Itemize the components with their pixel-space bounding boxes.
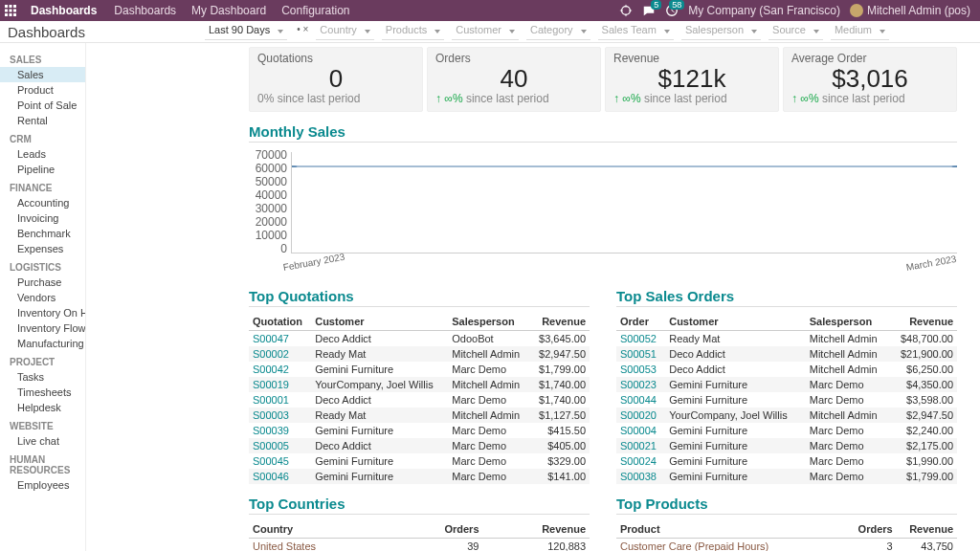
col-salesperson: Salesperson: [806, 313, 890, 331]
sidebar-item-sales[interactable]: Sales: [0, 67, 85, 82]
apps-icon[interactable]: [0, 5, 21, 16]
filter-customer[interactable]: Customer: [452, 24, 519, 40]
kpi-sub: ↑ ∞% since last period: [613, 92, 770, 105]
sidebar-item-invoicing[interactable]: Invoicing: [0, 210, 85, 226]
filter-medium[interactable]: Medium: [831, 24, 889, 40]
chart-plot: [291, 152, 957, 253]
table-row: S00019YourCompany, Joel WillisMitchell A…: [249, 377, 590, 392]
nav-dashboards[interactable]: Dashboards: [106, 4, 184, 17]
link[interactable]: S00002: [249, 346, 311, 362]
sidebar-item-product[interactable]: Product: [0, 82, 85, 98]
chart-xlabel-1: March 2023: [905, 253, 957, 273]
sidebar-item-tasks[interactable]: Tasks: [0, 369, 85, 385]
sidebar-item-inventory-flow[interactable]: Inventory Flow: [0, 320, 85, 336]
link[interactable]: S00045: [249, 453, 311, 469]
link[interactable]: S00039: [249, 423, 311, 438]
cell: Marc Demo: [448, 392, 530, 408]
link[interactable]: S00019: [249, 377, 311, 392]
sidebar-item-manufacturing[interactable]: Manufacturing: [0, 336, 85, 351]
filter-category[interactable]: Category: [526, 24, 590, 40]
cell: $141.00: [530, 469, 590, 484]
link[interactable]: S00024: [616, 453, 665, 469]
link[interactable]: S00003: [249, 408, 311, 423]
sidebar-item-inventory-on-hand[interactable]: Inventory On Hand: [0, 305, 85, 320]
sidebar-item-vendors[interactable]: Vendors: [0, 290, 85, 305]
link[interactable]: S00051: [616, 346, 665, 362]
link[interactable]: S00023: [616, 377, 665, 392]
sidebar-item-timesheets[interactable]: Timesheets: [0, 385, 85, 400]
chart-xlabel-0: February 2023: [282, 252, 345, 273]
avatar-icon: [850, 4, 863, 17]
link[interactable]: S00038: [616, 469, 665, 484]
user-menu[interactable]: Mitchell Admin (pos): [850, 4, 970, 17]
col-customer: Customer: [311, 313, 448, 331]
cell: $2,175.00: [890, 438, 957, 453]
filter-salesperson[interactable]: Salesperson: [681, 24, 761, 40]
sidebar-item-benchmark[interactable]: Benchmark: [0, 226, 85, 241]
link[interactable]: S00053: [616, 362, 665, 377]
activities-icon[interactable]: 58: [665, 4, 679, 17]
sidebar-item-rental[interactable]: Rental: [0, 113, 85, 128]
sidebar-item-live-chat[interactable]: Live chat: [0, 433, 85, 449]
sidebar-item-purchase[interactable]: Purchase: [0, 275, 85, 290]
filter-clear[interactable]: • ×: [297, 24, 308, 40]
cell: Marc Demo: [806, 469, 890, 484]
monthly-sales-title: Monthly Sales: [249, 123, 957, 143]
cell: 43,750: [897, 539, 957, 552]
filter-last-90-days[interactable]: Last 90 Days: [205, 24, 287, 40]
col-customer: Customer: [665, 313, 806, 331]
svg-rect-7: [10, 13, 12, 16]
link[interactable]: S00047: [249, 331, 311, 347]
filter-country[interactable]: Country: [316, 24, 374, 40]
cell: $1,740.00: [530, 392, 590, 408]
ytick: 70000: [249, 148, 287, 162]
filter-sales-team[interactable]: Sales Team: [598, 24, 674, 40]
ytick: 40000: [249, 188, 287, 202]
link[interactable]: S00004: [616, 423, 665, 438]
table-row: S00047Deco AddictOdooBot$3,645.00: [249, 331, 590, 347]
cell: $2,947.50: [530, 346, 590, 362]
link[interactable]: S00044: [616, 392, 665, 408]
filter-source[interactable]: Source: [768, 24, 823, 40]
link[interactable]: S00046: [249, 469, 311, 484]
link[interactable]: S00001: [249, 392, 311, 408]
link[interactable]: S00052: [616, 331, 665, 347]
cell: Ready Mat: [665, 331, 806, 347]
cell: Marc Demo: [806, 392, 890, 408]
sidebar-item-employees[interactable]: Employees: [0, 477, 85, 493]
link[interactable]: S00005: [249, 438, 311, 453]
svg-point-17: [951, 165, 957, 167]
sidebar-item-leads[interactable]: Leads: [0, 146, 85, 162]
filter-products[interactable]: Products: [382, 24, 444, 40]
user-name: Mitchell Admin (pos): [867, 4, 970, 17]
svg-point-9: [622, 7, 631, 15]
cell: Deco Addict: [311, 331, 448, 347]
cell: Gemini Furniture: [311, 469, 448, 484]
col-order: Order: [616, 313, 665, 331]
sidebar-item-expenses[interactable]: Expenses: [0, 241, 85, 256]
nav-my-dashboard[interactable]: My Dashboard: [184, 4, 274, 17]
link[interactable]: Customer Care (Prepaid Hours): [616, 539, 847, 552]
sidebar-item-accounting[interactable]: Accounting: [0, 195, 85, 210]
sidebar-item-helpdesk[interactable]: Helpdesk: [0, 400, 85, 415]
messages-icon[interactable]: 5: [642, 4, 656, 17]
debug-icon[interactable]: [619, 4, 633, 17]
cell: Gemini Furniture: [665, 423, 806, 438]
kpi-title: Revenue: [613, 52, 770, 65]
cell: $21,900.00: [890, 346, 957, 362]
sidebar-group-project: PROJECT: [0, 351, 85, 369]
cell: Gemini Furniture: [665, 469, 806, 484]
cell: Gemini Furniture: [311, 423, 448, 438]
sidebar-item-point-of-sale[interactable]: Point of Sale: [0, 98, 85, 113]
kpi-sub: ↑ ∞% since last period: [435, 92, 592, 105]
ytick: 0: [249, 242, 287, 255]
link[interactable]: United States: [249, 539, 395, 552]
table-row: S00044Gemini FurnitureMarc Demo$3,598.00: [616, 392, 957, 408]
company-switcher[interactable]: My Company (San Francisco): [688, 4, 840, 17]
sidebar-item-pipeline[interactable]: Pipeline: [0, 162, 85, 177]
cell: $1,799.00: [530, 362, 590, 377]
link[interactable]: S00020: [616, 408, 665, 423]
link[interactable]: S00021: [616, 438, 665, 453]
nav-configuration[interactable]: Configuration: [274, 4, 357, 17]
link[interactable]: S00042: [249, 362, 311, 377]
